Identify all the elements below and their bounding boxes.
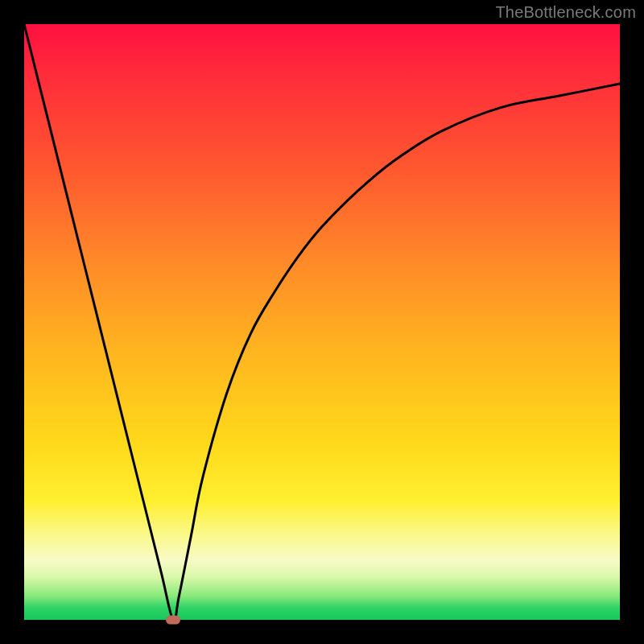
curve-path <box>24 24 620 620</box>
chart-frame: TheBottleneck.com <box>0 0 644 644</box>
watermark-text: TheBottleneck.com <box>495 3 636 22</box>
min-marker <box>166 616 180 625</box>
curve-svg <box>24 24 620 620</box>
plot-area <box>24 24 620 620</box>
